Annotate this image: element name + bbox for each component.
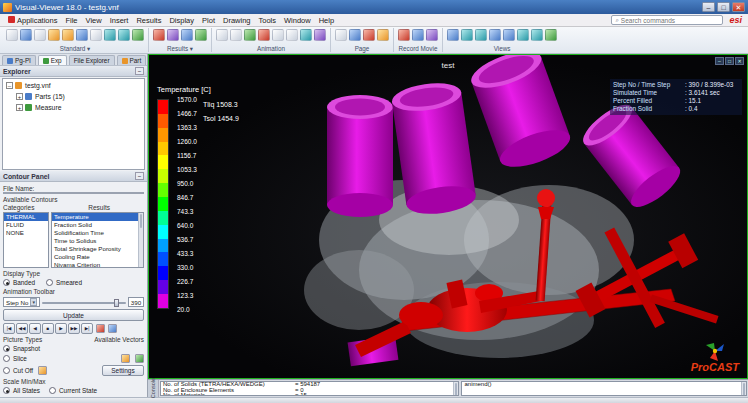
step-back-button[interactable]: ◀ <box>29 323 41 334</box>
menu-help[interactable]: Help <box>315 16 338 25</box>
front-view-icon[interactable] <box>461 29 473 41</box>
page-setup-icon[interactable] <box>377 29 389 41</box>
menu-results[interactable]: Results <box>132 16 165 25</box>
contour-icon[interactable] <box>167 29 179 41</box>
viewport-3d[interactable]: – □ ✕ test Temperature [C] <box>148 54 748 379</box>
right-view-icon[interactable] <box>531 29 543 41</box>
result-shrinkage-porosity[interactable]: Total Shrinkage Porosity <box>52 245 143 253</box>
loop-icon[interactable] <box>300 29 312 41</box>
settings-button[interactable]: Settings <box>102 365 144 376</box>
play-button[interactable]: ▶ <box>55 323 67 334</box>
record-icon[interactable] <box>398 29 410 41</box>
camera-icon[interactable] <box>108 324 117 333</box>
command-output[interactable]: animend() <box>461 381 747 396</box>
tree-root[interactable]: – testg.vnf <box>3 80 144 91</box>
menu-view[interactable]: View <box>82 16 106 25</box>
tab-file-explorer[interactable]: File Explorer <box>69 55 115 65</box>
menu-file[interactable]: File <box>61 16 81 25</box>
fit-view-icon[interactable] <box>545 29 557 41</box>
snapshot-icon[interactable] <box>412 29 424 41</box>
current-state-radio[interactable] <box>49 387 56 394</box>
minimize-button[interactable]: – <box>702 2 715 12</box>
last-frame-icon[interactable] <box>286 29 298 41</box>
back-view-icon[interactable] <box>475 29 487 41</box>
maximize-button[interactable]: □ <box>717 2 730 12</box>
import-icon[interactable] <box>48 29 60 41</box>
update-button[interactable]: Update <box>3 309 144 321</box>
explorer-collapse-button[interactable]: – <box>135 67 144 75</box>
console-messages[interactable]: No. of Solids (TETRA/HEXA/WEDGE)= 594187… <box>160 381 459 396</box>
contour-collapse-button[interactable]: – <box>135 172 144 180</box>
animation-settings-icon[interactable] <box>314 29 326 41</box>
refresh-icon[interactable] <box>132 29 144 41</box>
banded-radio[interactable] <box>3 279 10 286</box>
slice-radio[interactable] <box>3 355 10 362</box>
fast-forward-button[interactable]: ▶▶ <box>68 323 80 334</box>
next-frame-icon[interactable] <box>272 29 284 41</box>
category-none[interactable]: NONE <box>4 229 48 237</box>
step-slider[interactable] <box>42 298 126 307</box>
step-value[interactable]: 390 <box>128 297 144 307</box>
rewind-button[interactable]: ◀◀ <box>16 323 28 334</box>
tab-pg-pl[interactable]: Pg-Pl <box>2 55 36 65</box>
slice-icon[interactable] <box>121 354 130 363</box>
menu-insert[interactable]: Insert <box>106 16 133 25</box>
menu-window[interactable]: Window <box>280 16 315 25</box>
console-scrollbar[interactable] <box>453 382 458 395</box>
command-scrollbar[interactable] <box>741 382 746 395</box>
tree-item-parts[interactable]: + Parts (15) <box>13 91 144 102</box>
export-icon[interactable] <box>62 29 74 41</box>
copy-icon[interactable] <box>76 29 88 41</box>
result-fraction-solid[interactable]: Fraction Solid <box>52 221 143 229</box>
menu-display[interactable]: Display <box>165 16 198 25</box>
snapshot-radio[interactable] <box>3 345 10 352</box>
iso-view-icon[interactable] <box>447 29 459 41</box>
result-niyama[interactable]: Niyama Criterion <box>52 261 143 268</box>
pause-icon[interactable] <box>258 29 270 41</box>
result-cooling-rate[interactable]: Cooling Rate <box>52 253 143 261</box>
expand-icon[interactable]: + <box>16 93 23 100</box>
slice-settings-icon[interactable] <box>135 354 144 363</box>
menu-tools[interactable]: Tools <box>255 16 281 25</box>
close-button[interactable]: ✕ <box>732 2 745 12</box>
menu-plot[interactable]: Plot <box>198 16 219 25</box>
tab-part[interactable]: Part <box>117 55 147 65</box>
movie-settings-icon[interactable] <box>426 29 438 41</box>
results-scrollbar[interactable] <box>138 213 143 267</box>
toolbar-group-results-label[interactable]: Results ▾ <box>152 45 208 53</box>
bottom-view-icon[interactable] <box>503 29 515 41</box>
menu-applications[interactable]: Applications <box>4 16 61 25</box>
step-no-combo[interactable]: Step No▾ <box>3 297 40 307</box>
toolbar-group-standard-label[interactable]: Standard ▾ <box>5 45 145 53</box>
stop-button[interactable]: ■ <box>42 323 54 334</box>
category-thermal[interactable]: THERMAL <box>4 213 48 221</box>
play-icon[interactable] <box>244 29 256 41</box>
last-frame-button[interactable]: ▶| <box>81 323 93 334</box>
menu-drawing[interactable]: Drawing <box>219 16 255 25</box>
first-frame-button[interactable]: |◀ <box>3 323 15 334</box>
undo-icon[interactable] <box>104 29 116 41</box>
search-input[interactable] <box>621 17 711 24</box>
save-icon[interactable] <box>20 29 32 41</box>
redo-icon[interactable] <box>118 29 130 41</box>
console-tab[interactable]: Console <box>148 380 159 397</box>
top-view-icon[interactable] <box>489 29 501 41</box>
result-temperature[interactable]: Temperature <box>52 213 143 221</box>
cut-off-icon[interactable] <box>38 366 47 375</box>
result-time-to-solidus[interactable]: Time to Solidus <box>52 237 143 245</box>
cut-off-radio[interactable] <box>3 367 10 374</box>
print-icon[interactable] <box>34 29 46 41</box>
delete-page-icon[interactable] <box>363 29 375 41</box>
left-view-icon[interactable] <box>517 29 529 41</box>
first-frame-icon[interactable] <box>216 29 228 41</box>
load-results-icon[interactable] <box>153 29 165 41</box>
previous-frame-icon[interactable] <box>230 29 242 41</box>
duplicate-page-icon[interactable] <box>349 29 361 41</box>
open-icon[interactable] <box>6 29 18 41</box>
expand-icon[interactable]: + <box>16 104 23 111</box>
vector-icon[interactable] <box>181 29 193 41</box>
all-states-radio[interactable] <box>3 387 10 394</box>
step-slider-thumb[interactable] <box>114 299 119 307</box>
paste-icon[interactable] <box>90 29 102 41</box>
new-page-icon[interactable] <box>335 29 347 41</box>
